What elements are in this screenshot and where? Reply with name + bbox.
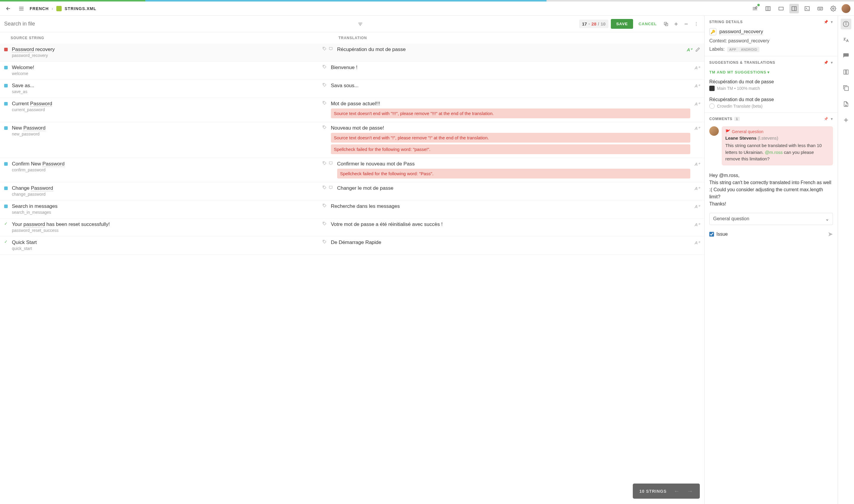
suggestion-text: Récupération du mot de passe [709, 97, 833, 102]
suggestions-subheader[interactable]: TM AND MT SUGGESTIONS ▾ [705, 68, 838, 77]
prev-arrow-icon[interactable]: ← [674, 488, 680, 494]
tag-icon[interactable] [322, 65, 327, 69]
translate-icon[interactable] [841, 35, 851, 46]
translation-text[interactable]: De Démarrage Rapide [331, 239, 690, 246]
more-vert-icon[interactable] [692, 20, 700, 28]
label-chip[interactable]: APP [727, 47, 739, 52]
ai-icon[interactable]: A⁺ [694, 162, 700, 167]
copy-icon[interactable] [662, 20, 670, 28]
pin-icon[interactable]: 📌 [824, 60, 829, 65]
tag-icon[interactable] [322, 203, 327, 208]
translation-text[interactable]: Sava sous... [331, 83, 690, 89]
comment-type-select[interactable]: General question ⌄ [709, 213, 833, 225]
translation-text[interactable]: Nouveau mot de passe! [331, 125, 690, 131]
keyboard-icon[interactable] [816, 4, 825, 13]
tag-icon[interactable] [322, 125, 327, 129]
comment-icon[interactable] [328, 185, 333, 190]
translation-text[interactable]: Mot de passe actuel!!! [331, 101, 690, 107]
source-key: change_password [12, 192, 318, 197]
search-input[interactable] [4, 21, 354, 27]
warning-box: Spellcheck failed for the following word… [337, 169, 690, 179]
menu-icon[interactable] [17, 4, 26, 13]
send-icon[interactable]: ➤ [828, 230, 833, 238]
string-row[interactable]: Current Passwordcurrent_passwordMot de p… [0, 98, 704, 122]
unpin-icon[interactable]: 📌 [824, 117, 829, 121]
source-title: Your password has been reset successfull… [12, 221, 318, 228]
cancel-button[interactable]: CANCEL [636, 19, 660, 29]
filter-icon[interactable] [356, 20, 364, 28]
breadcrumb-file[interactable]: STRINGS.XML [65, 6, 96, 11]
translation-text[interactable]: Confirmer le nouveau mot de Pass [337, 161, 690, 167]
status-dot [4, 162, 8, 166]
tag-icon[interactable] [322, 83, 327, 87]
string-row[interactable]: Confirm New Passwordconfirm_passwordConf… [0, 158, 704, 182]
string-row[interactable]: Change Passwordchange_passwordChanger le… [0, 182, 704, 200]
save-button[interactable]: SAVE [611, 19, 633, 29]
terminal-icon[interactable] [802, 4, 812, 13]
library-icon[interactable] [841, 83, 851, 93]
comment-icon[interactable] [328, 47, 333, 51]
ai-icon[interactable]: A⁺ [694, 65, 700, 71]
svg-rect-6 [779, 7, 783, 10]
file-arrow-icon[interactable] [841, 99, 851, 109]
label-chip[interactable]: ANDROID [739, 47, 760, 52]
translation-text[interactable]: Changer le mot de passe [337, 185, 690, 191]
layout-single-icon[interactable] [776, 4, 786, 13]
avatar[interactable] [841, 4, 851, 13]
ai-icon[interactable]: A⁺ [694, 204, 700, 209]
ai-icon[interactable]: A⁺ [694, 83, 700, 89]
ai-icon[interactable]: A⁺ [694, 240, 700, 246]
pin-icon[interactable]: 📌 [824, 20, 829, 24]
back-arrow-icon[interactable] [3, 4, 13, 13]
translation-text[interactable]: Votre mot de passe a été réinitialisé av… [331, 221, 690, 228]
plus-icon[interactable] [672, 20, 680, 28]
tag-icon[interactable] [322, 185, 327, 190]
layout-split-icon[interactable] [789, 4, 799, 13]
edit-notification-icon[interactable] [750, 4, 760, 13]
layout-columns-icon[interactable] [763, 4, 773, 13]
tag-icon[interactable] [322, 101, 327, 105]
string-row[interactable]: Password recoverypassword_recoveryRécupé… [0, 43, 704, 62]
chevron-down-icon[interactable]: ▾ [831, 20, 833, 24]
string-row[interactable]: ✓Quick Startquick_startDe Démarrage Rapi… [0, 237, 704, 255]
comment-draft[interactable]: Hey @m.ross,This string can't be correct… [705, 169, 838, 208]
string-row[interactable]: ✓Your password has been reset successful… [0, 218, 704, 237]
rail-plus-icon[interactable] [841, 115, 851, 125]
svg-rect-3 [766, 6, 770, 11]
tag-icon[interactable] [322, 47, 327, 51]
comment-icon[interactable] [328, 161, 333, 165]
book-icon[interactable] [841, 67, 851, 77]
info-icon[interactable] [841, 19, 851, 29]
tag-icon[interactable] [322, 239, 327, 244]
pencil-icon[interactable] [695, 47, 700, 52]
tag-icon[interactable] [322, 161, 327, 165]
translation-text[interactable]: Bienvenue ! [331, 65, 690, 71]
chat-icon[interactable] [841, 51, 851, 61]
suggestion-item[interactable]: Récupération du mot de passeMain TM • 10… [705, 77, 838, 94]
topbar: FRENCH › STRINGS.XML [0, 1, 854, 16]
next-arrow-icon[interactable]: → [687, 488, 693, 494]
chevron-down-icon[interactable]: ▾ [831, 117, 833, 121]
col-translation-header: TRANSLATION [338, 36, 694, 40]
source-key: search_in_messages [12, 210, 318, 215]
string-row[interactable]: Welcome!welcomeBienvenue !A⁺ [0, 62, 704, 80]
gear-icon[interactable] [829, 4, 838, 13]
translation-text[interactable]: Récupération du mot de passe [337, 47, 682, 53]
svg-point-30 [323, 84, 324, 84]
tag-icon[interactable] [322, 221, 327, 226]
ai-icon[interactable]: A⁺ [694, 222, 700, 228]
string-row[interactable]: Save as...save_asSava sous...A⁺ [0, 80, 704, 98]
string-row[interactable]: New Passwordnew_passwordNouveau mot de p… [0, 122, 704, 158]
ai-icon[interactable]: A⁺ [694, 126, 700, 131]
ai-icon[interactable]: A⁺ [694, 186, 700, 191]
ai-icon[interactable]: A⁺ [694, 102, 700, 107]
string-key[interactable]: password_recovery [719, 29, 763, 35]
translation-text[interactable]: Recherche dans les messages [331, 203, 690, 209]
ai-icon[interactable]: A⁺ [687, 47, 692, 53]
minus-icon[interactable] [682, 20, 690, 28]
suggestion-item[interactable]: Récupération du mot de passeCrowdin Tran… [705, 94, 838, 112]
issue-checkbox[interactable]: Issue [709, 232, 728, 237]
string-row[interactable]: Search in messagessearch_in_messagesRech… [0, 200, 704, 218]
chevron-down-icon[interactable]: ▾ [831, 60, 833, 65]
breadcrumb-lang[interactable]: FRENCH [30, 6, 49, 11]
